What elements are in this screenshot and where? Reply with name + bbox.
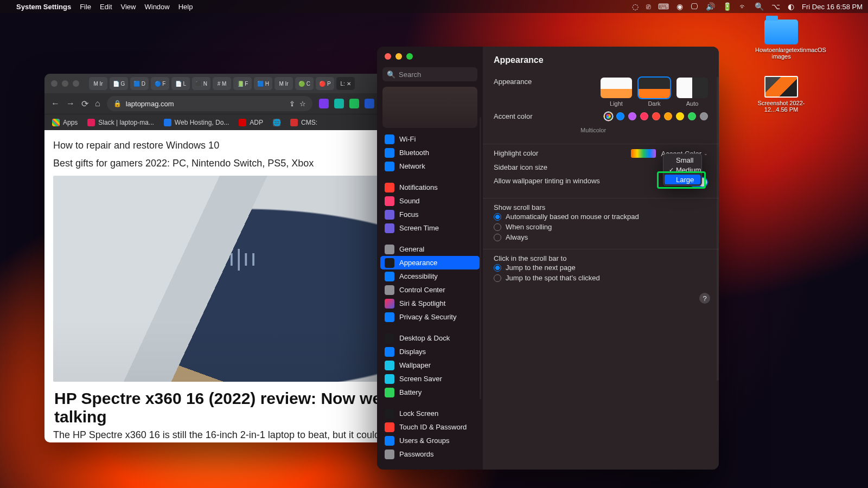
appearance-option-light[interactable]: Light <box>601 78 632 107</box>
accent-orange[interactable] <box>664 112 672 120</box>
accent-green[interactable] <box>688 112 696 120</box>
sidebar-item-control-center[interactable]: Control Center <box>380 283 480 297</box>
sidebar-item-touch-id-password[interactable]: Touch ID & Password <box>380 420 480 434</box>
bookmark-webhost[interactable]: Web Hosting, Do... <box>164 119 229 126</box>
controlcenter-icon[interactable]: ⌥ <box>771 2 780 11</box>
browser-tab[interactable]: 🔵 F <box>151 77 169 90</box>
menu-edit[interactable]: Edit <box>100 3 112 11</box>
click-scroll-next[interactable]: Jump to the next page <box>494 264 708 272</box>
browser-tab[interactable]: 🟦 D <box>130 77 149 90</box>
extension-icon[interactable] <box>349 99 359 108</box>
bookmark-slack[interactable]: Slack | laptop-ma... <box>87 119 154 126</box>
sidebar-item-wallpaper[interactable]: Wallpaper <box>380 358 480 372</box>
article-link[interactable]: How to repair and restore Windows 10 <box>53 140 433 151</box>
nav-back-icon[interactable]: ← <box>51 99 60 108</box>
volume-icon[interactable]: 🔊 <box>706 2 715 11</box>
click-scroll-spot[interactable]: Jump to the spot that's clicked <box>494 274 708 282</box>
browser-tab[interactable]: 📄 L <box>171 77 190 90</box>
spotlight-icon[interactable]: 🔍 <box>755 2 764 11</box>
menu-view[interactable]: View <box>121 3 136 11</box>
sidebar-item-network[interactable]: Network <box>380 159 480 173</box>
size-menu-medium[interactable]: ✓Medium <box>665 165 700 175</box>
sidebar-item-screen-time[interactable]: Screen Time <box>380 221 480 235</box>
desktop-screenshot[interactable]: Screenshot 2022-12...4.56 PM <box>755 76 807 113</box>
accent-multicolor[interactable] <box>604 112 612 120</box>
browser-tab[interactable]: 📄 G <box>110 77 128 90</box>
browser-tab[interactable]: # M <box>213 77 231 90</box>
wifi-icon[interactable]: ᯤ <box>739 2 747 11</box>
extension-icon[interactable] <box>365 99 374 108</box>
display-icon[interactable]: 🖵 <box>691 2 698 11</box>
github-icon[interactable]: ◌ <box>632 2 639 11</box>
browser-tab[interactable]: 🟦 H <box>254 77 272 90</box>
browser-tab[interactable]: L: ✕ <box>336 77 355 90</box>
desktop-folder[interactable]: HowtoenlargetextinmacOS images <box>755 20 807 60</box>
sidebar-item-battery[interactable]: Battery <box>380 386 480 399</box>
menubar-clock[interactable]: Fri Dec 16 6:58 PM <box>802 3 863 11</box>
pane-scrollbar[interactable] <box>717 77 719 381</box>
sync-icon[interactable]: ◉ <box>676 2 683 11</box>
bookmark-cms[interactable]: CMS: <box>290 119 317 126</box>
extension-icon[interactable] <box>319 99 329 108</box>
sidebar-scrollbar[interactable] <box>480 117 481 399</box>
accent-purple[interactable] <box>628 112 636 120</box>
share-icon[interactable]: ⇪ <box>289 100 295 108</box>
keyboard-icon[interactable]: ⌨ <box>658 2 669 11</box>
battery-icon[interactable]: 🔋 <box>723 2 732 11</box>
sidebar-item-notifications[interactable]: Notifications <box>380 181 480 194</box>
menu-file[interactable]: File <box>80 3 91 11</box>
menubar-app-name[interactable]: System Settings <box>16 3 71 11</box>
sidebar-item-lock-screen[interactable]: Lock Screen <box>380 407 480 420</box>
sidebar-item-wi-fi[interactable]: Wi-Fi <box>380 132 480 146</box>
siri-icon[interactable]: ◐ <box>788 2 794 11</box>
traffic-lights[interactable] <box>51 80 79 87</box>
window-minimize-icon[interactable] <box>395 53 402 60</box>
menu-window[interactable]: Window <box>144 3 169 11</box>
sidebar-item-accessibility[interactable]: Accessibility <box>380 269 480 283</box>
screenmirror-icon[interactable]: ⎚ <box>646 2 650 11</box>
scrollbars-opt-always[interactable]: Always <box>494 233 708 241</box>
scrollbars-opt-scrolling[interactable]: When scrolling <box>494 223 708 231</box>
accent-yellow[interactable] <box>676 112 684 120</box>
sidebar-item-sound[interactable]: Sound <box>380 194 480 208</box>
sidebar-item-users-groups[interactable]: Users & Groups <box>380 434 480 447</box>
sidebar-item-siri-spotlight[interactable]: Siri & Spotlight <box>380 297 480 310</box>
browser-tab[interactable]: ⬛ N <box>192 77 210 90</box>
bookmark-globe[interactable]: 🌐 <box>273 119 280 126</box>
sidebar-item-displays[interactable]: Displays <box>380 345 480 358</box>
accent-red[interactable] <box>652 112 660 120</box>
window-close-icon[interactable] <box>385 53 391 60</box>
extension-icon[interactable] <box>334 99 344 108</box>
settings-search[interactable]: 🔍 Search <box>382 67 477 81</box>
sidebar-item-focus[interactable]: Focus <box>380 208 480 221</box>
browser-tab[interactable]: 🔴 P <box>316 77 334 90</box>
scrollbars-opt-auto[interactable]: Automatically based on mouse or trackpad <box>494 213 708 221</box>
appearance-option-dark[interactable]: Dark <box>639 78 670 107</box>
sidebar-item-bluetooth[interactable]: Bluetooth <box>380 146 480 159</box>
article-headline[interactable]: HP Spectre x360 16 (2022) review: Now we… <box>54 389 432 426</box>
browser-tab[interactable]: 📗 F <box>233 77 252 90</box>
accent-pink[interactable] <box>640 112 648 120</box>
nav-forward-icon[interactable]: → <box>66 99 75 108</box>
sidebar-size-menu[interactable]: Small ✓Medium Large <box>663 153 702 186</box>
bookmark-apps[interactable]: Apps <box>52 119 78 126</box>
browser-tab[interactable]: M Ir <box>275 77 293 90</box>
size-menu-large[interactable]: Large <box>665 175 700 184</box>
accent-blue[interactable] <box>616 112 624 120</box>
help-button[interactable]: ? <box>699 293 710 304</box>
sidebar-item-appearance[interactable]: Appearance <box>380 256 480 269</box>
sidebar-item-passwords[interactable]: Passwords <box>380 447 480 461</box>
sidebar-item-privacy-security[interactable]: Privacy & Security <box>380 310 480 324</box>
accent-graphite[interactable] <box>700 112 708 120</box>
size-menu-small[interactable]: Small <box>665 155 700 165</box>
browser-tab[interactable]: M Ir <box>89 77 107 90</box>
nav-home-icon[interactable]: ⌂ <box>95 99 100 108</box>
menu-help[interactable]: Help <box>178 3 193 11</box>
article-link[interactable]: Best gifts for gamers 2022: PC, Nintendo… <box>53 158 433 169</box>
sidebar-item-general[interactable]: General <box>380 242 480 256</box>
sidebar-item-desktop-dock[interactable]: Desktop & Dock <box>380 331 480 345</box>
window-zoom-icon[interactable] <box>406 53 413 60</box>
bookmark-adp[interactable]: ADP <box>239 119 263 126</box>
appearance-option-auto[interactable]: Auto <box>676 78 708 107</box>
apple-id-tile[interactable] <box>382 87 477 128</box>
